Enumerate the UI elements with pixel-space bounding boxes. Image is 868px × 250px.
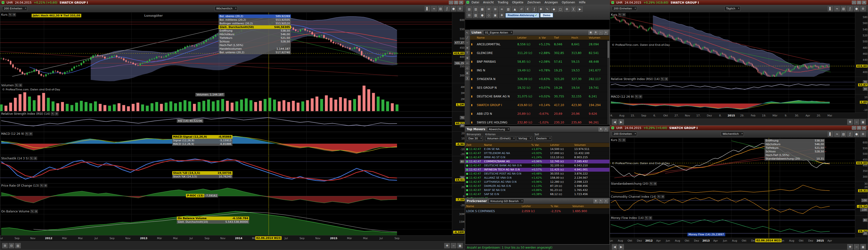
units-dropdown[interactable]: 200 Einheiten▾ bbox=[2, 6, 27, 11]
top-movers-row[interactable]: 11:42:47DAIMLER AG NA O.N+1,13%87,19 (c)… bbox=[465, 184, 610, 188]
zoom-out-icon[interactable]: − bbox=[854, 119, 859, 125]
watchlist-row[interactable]: ▮BNP PARIBAS58,85 (c)+2,08%57,6159,1548.… bbox=[470, 57, 610, 66]
top-movers-row[interactable]: 11:42:47BASF SE NA O.N+0,86%91,23 (c)1.7… bbox=[465, 188, 610, 192]
watchlist-row[interactable]: ▮DEUTSCHE BANK AG N31,075 (c)+0,02%30,75… bbox=[470, 92, 610, 101]
settings-icon[interactable]: ⚙ bbox=[860, 6, 866, 11]
pane-label-obv[interactable]: On Balance Volume✎⊕ bbox=[1, 210, 38, 213]
cursor-tool-icon[interactable]: ↖ bbox=[465, 30, 470, 35]
workspace-icon[interactable]: ⊟ bbox=[466, 12, 472, 18]
top-movers-row[interactable]: 11:42:47DT.TELEKOM AG NA+0,93%17,000 (c)… bbox=[465, 151, 610, 156]
zoom-icon[interactable]: ⊕ bbox=[55, 112, 58, 116]
top-movers-row[interactable]: 11:42:47BMW AG ST O.N+1,24%112,10 (c)8.9… bbox=[465, 156, 610, 160]
bar-chart-icon[interactable]: ▌ bbox=[828, 6, 833, 11]
edit-icon[interactable]: ✎ bbox=[635, 95, 638, 98]
column-header[interactable]: Letzter bbox=[549, 143, 573, 147]
pane-label-rsi[interactable]: Relative Strength Index (RSI) (14)✎⊕ bbox=[611, 77, 668, 81]
zoom-in-icon[interactable]: ✚ bbox=[444, 243, 450, 248]
maximize-icon[interactable]: □ bbox=[857, 126, 861, 130]
edit-icon[interactable]: ✎ bbox=[645, 216, 648, 220]
zoom-icon[interactable]: ⊕ bbox=[664, 77, 668, 81]
new-chart-icon[interactable]: ⊞ bbox=[493, 6, 498, 12]
zoom-out-icon[interactable]: − bbox=[451, 243, 456, 248]
zoom-icon[interactable]: ⊕ bbox=[622, 138, 625, 142]
maximize-icon[interactable]: □ bbox=[857, 1, 861, 4]
edit-icon[interactable]: ✎ bbox=[40, 184, 43, 187]
layout-icon[interactable]: ▤ bbox=[841, 6, 846, 11]
boersenplatz-dropdown[interactable]: Dax 30▾ bbox=[467, 136, 483, 141]
indicator-icon[interactable]: ƒ bbox=[847, 6, 853, 11]
gear-icon[interactable]: ⚙ bbox=[593, 199, 598, 203]
watchlist-selector-dropdown[interactable]: 01_Eigene Aktien▾ bbox=[483, 30, 513, 35]
proscreener-row[interactable]: LOOK S COMPANIES2,059 (c)-2,31%1.695.900 bbox=[465, 209, 610, 214]
top-movers-row[interactable]: 11:42:47COMMERZBANK AG+0,96%12,745 (c)7.… bbox=[465, 160, 610, 164]
edit-icon[interactable]: ✎ bbox=[657, 195, 660, 198]
edit-icon[interactable]: ✎ bbox=[30, 210, 34, 213]
edit-icon[interactable]: ✎ bbox=[15, 84, 18, 87]
column-header[interactable]: Volumen bbox=[571, 204, 610, 209]
column-header[interactable]: Name bbox=[465, 204, 521, 209]
gear-icon[interactable]: ⚙ bbox=[599, 127, 603, 131]
layout-icon[interactable]: ▤ bbox=[15, 243, 21, 248]
watchlist-row[interactable]: ▮GLENCORE311,20 (c)+2,88%302,85313,8082.… bbox=[470, 49, 610, 57]
watchlist-row[interactable]: ▮SWATCH GROUP I419,60 (c)+0,14%417,10423… bbox=[470, 101, 610, 110]
add-icon[interactable]: ✚ bbox=[538, 6, 544, 12]
column-header[interactable]: Volumen bbox=[588, 36, 610, 40]
zoom-icon[interactable]: ⊕ bbox=[622, 13, 625, 17]
top-movers-row[interactable]: 11:42:47E.ON SE NA+1,87%14,500 (c)13.974… bbox=[465, 147, 610, 151]
minimize-icon[interactable]: – bbox=[599, 31, 603, 35]
indicator-icon[interactable]: ƒ bbox=[847, 131, 853, 137]
edit-icon[interactable]: ✎ bbox=[51, 112, 54, 116]
column-header[interactable]: % Var. bbox=[530, 143, 549, 147]
snapshot-icon[interactable]: ● bbox=[854, 131, 859, 137]
close-icon[interactable]: × bbox=[604, 199, 608, 203]
menu-trading[interactable]: Trading bbox=[496, 1, 510, 4]
edit-icon[interactable]: ✎ bbox=[618, 13, 621, 17]
menu-datei[interactable]: Datei bbox=[470, 1, 481, 4]
volume-chart[interactable] bbox=[0, 83, 452, 111]
layout-icon[interactable]: □ bbox=[558, 6, 563, 12]
layout-icon[interactable]: ▤ bbox=[841, 131, 846, 137]
line-chart-icon[interactable]: ≈ bbox=[834, 6, 840, 11]
add-window-icon[interactable]: ✚ bbox=[499, 12, 504, 18]
pane-label-macd[interactable]: MACD (12 26 9)✎⊕ bbox=[611, 95, 642, 98]
pane-label-stochastik[interactable]: Stochastik (14 3 5)✎⊕ bbox=[1, 157, 37, 160]
column-header[interactable]: Zeit bbox=[465, 143, 483, 147]
edit-icon[interactable]: ✎ bbox=[660, 77, 664, 81]
settings-tool-icon[interactable]: ⚙ bbox=[465, 71, 470, 75]
menu-optionen[interactable]: Optionen bbox=[560, 1, 577, 4]
scrollbar-thumb[interactable] bbox=[608, 41, 609, 58]
trendline-tool-icon[interactable]: ╱ bbox=[465, 35, 470, 40]
watchlist-row[interactable]: ▮ARCELORMITTAL8,556 (c)+5,13%8,0468,6412… bbox=[470, 40, 610, 49]
record-icon[interactable]: ● bbox=[479, 12, 485, 18]
scroll-left-icon[interactable]: ◀ bbox=[612, 119, 617, 125]
settings-icon[interactable]: ⚙ bbox=[860, 131, 866, 137]
indicator-icon[interactable]: ƒ bbox=[532, 6, 537, 12]
parallel-tool-icon[interactable]: ≡ bbox=[465, 45, 470, 50]
fibonacci-tool-icon[interactable]: ◇ bbox=[465, 66, 470, 70]
watchlist-row[interactable]: ▮ING N19,49 (c)+0,78%19,2519,53241.677 bbox=[470, 66, 610, 75]
rsi-chart[interactable] bbox=[0, 112, 452, 132]
window-titlebar[interactable]: UHR 24.04.2015 +0,29% (+0,60) SWATCH GRO… bbox=[610, 126, 868, 130]
maximize-icon[interactable]: □ bbox=[454, 1, 458, 4]
macd-chart[interactable] bbox=[610, 94, 855, 113]
fullscreen-icon[interactable]: ▣ bbox=[860, 244, 866, 250]
pane-label-standardabweichung[interactable]: Standardabweichung (20)✎⊕ bbox=[611, 182, 657, 185]
window-titlebar[interactable]: UHR 24.04.2015 +0,29% (419,60) SWATCH GR… bbox=[610, 0, 868, 5]
panel-add-icon[interactable]: ⊞ bbox=[2, 243, 8, 248]
fullscreen-icon[interactable]: ▣ bbox=[860, 119, 866, 125]
edit-icon[interactable]: ✎ bbox=[618, 138, 621, 142]
kriterien-dropdown-1[interactable]: Volumen (Einheit)▾ bbox=[485, 136, 516, 141]
realtime-activation-button[interactable]: Realtime-Aktivierung ✓ bbox=[505, 13, 539, 18]
zoom-icon[interactable]: ⊕ bbox=[19, 84, 22, 87]
minimize-icon[interactable]: – bbox=[852, 1, 856, 4]
zoom-tool-icon[interactable]: ⊕ bbox=[465, 56, 470, 60]
screener-window-icon[interactable]: ▧ bbox=[505, 6, 511, 12]
edit-icon[interactable]: ✎ bbox=[599, 199, 603, 203]
zoom-out-icon[interactable]: − bbox=[854, 244, 859, 250]
column-header[interactable]: Volumen bbox=[573, 143, 610, 147]
zoom-icon[interactable]: ⊕ bbox=[34, 210, 38, 213]
menu-hilfe[interactable]: Hilfe bbox=[577, 1, 587, 4]
scroll-left-icon[interactable]: ◀ bbox=[612, 244, 617, 250]
zoom-icon[interactable]: ⊕ bbox=[12, 13, 16, 17]
save-icon[interactable]: ▥ bbox=[473, 6, 478, 12]
